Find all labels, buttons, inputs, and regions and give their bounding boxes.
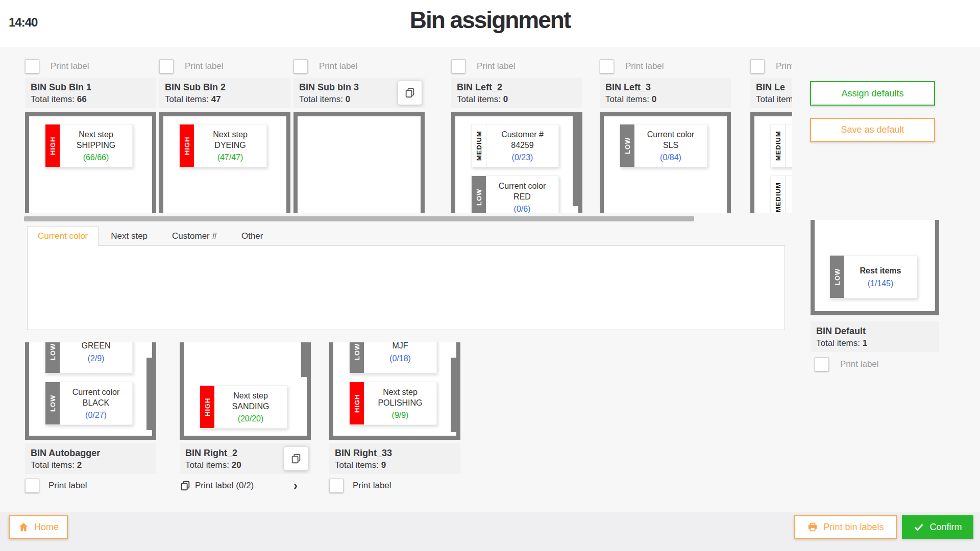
- bin-total: Total items:: [756, 94, 792, 105]
- print-label-checkbox[interactable]: [750, 59, 765, 73]
- item-card[interactable]: HIGH Next step SANDING (20/20): [200, 385, 287, 429]
- card-title-line1: Rest items: [860, 265, 901, 276]
- item-card[interactable]: LOW Current color BLACK (0/27): [45, 382, 133, 425]
- bin-left-clipped: Print label BIN Le Total items: MEDIUM M…: [750, 59, 792, 213]
- home-icon: [18, 521, 29, 533]
- bin-scrollbar[interactable]: [146, 358, 152, 430]
- print-label-text: Print label: [185, 61, 224, 71]
- tab-next-step[interactable]: Next step: [99, 226, 160, 246]
- bin-content: MEDIUM Customer # 84259 (0/23) LOW Curre…: [451, 112, 582, 213]
- total-items-label: Total items:: [31, 460, 75, 470]
- copy-bin-button[interactable]: [398, 81, 422, 105]
- card-title-line1: Next step: [233, 390, 268, 401]
- bin-header: BIN Left_3 Total items: 0: [600, 78, 731, 108]
- bin-name: BIN Autobagger: [31, 448, 151, 459]
- card-title-line1: Next step: [79, 129, 113, 140]
- bin-content: HIGH Next step DYEING (47/47): [159, 112, 290, 213]
- horizontal-scrollbar[interactable]: [24, 216, 694, 221]
- item-card[interactable]: LOW Current color RED (0/6): [471, 176, 559, 213]
- bin-right-2-content: HIGH Next step SANDING (20/20): [180, 342, 311, 440]
- card-title-line2: GREEN: [82, 342, 111, 352]
- card-title-line2: 84259: [511, 140, 534, 151]
- print-label-row[interactable]: Print label: [329, 479, 391, 493]
- bin-scrollbar[interactable]: [301, 342, 307, 377]
- bin-sub-bin-2: Print label BIN Sub Bin 2 Total items: 4…: [159, 59, 290, 213]
- tab-panel-empty: [27, 245, 785, 330]
- item-card[interactable]: LOW MJF (0/18): [349, 342, 437, 373]
- bin-left-3: Print label BIN Left_3 Total items: 0 LO…: [600, 59, 731, 213]
- card-count: (2/9): [88, 354, 105, 363]
- print-label-row[interactable]: Print label: [600, 59, 731, 73]
- copy-bin-button[interactable]: [284, 447, 308, 470]
- bin-total: Total items: 1: [816, 338, 934, 348]
- priority-label: LOW: [45, 342, 60, 373]
- print-label-checkbox[interactable]: [600, 59, 614, 73]
- print-label-row[interactable]: Print label: [159, 59, 290, 73]
- bin-name: BIN Right_33: [335, 448, 455, 459]
- item-card[interactable]: LOW GREEN (2/9): [45, 342, 133, 373]
- chevron-right-icon[interactable]: ›: [293, 480, 298, 492]
- total-items-label: Total items:: [31, 94, 75, 104]
- item-card[interactable]: HIGH Next step SHIPPING (66/66): [45, 124, 133, 167]
- card-title-line2: POLISHING: [378, 397, 422, 408]
- print-label-row[interactable]: Print label: [815, 357, 879, 371]
- bin-scrollbar[interactable]: [451, 358, 456, 432]
- print-label-row[interactable]: Print label: [293, 59, 425, 73]
- priority-label: LOW: [620, 124, 634, 167]
- copy-icon: [404, 87, 415, 98]
- tab-other[interactable]: Other: [229, 226, 276, 246]
- print-label-row[interactable]: Print label (0/2) ›: [180, 479, 311, 493]
- card-title-line2: SHIPPING: [77, 140, 115, 151]
- card-count: (66/66): [83, 153, 109, 162]
- print-label-row[interactable]: Print label: [750, 59, 792, 73]
- confirm-button[interactable]: Confirm: [902, 515, 973, 539]
- print-label-row[interactable]: Print label: [25, 59, 156, 73]
- bin-total: Total items: 0: [605, 94, 725, 105]
- bin-name: BIN Left_2: [457, 82, 577, 93]
- card-title-line2: BLACK: [83, 397, 109, 408]
- total-items-label: Total items:: [605, 94, 649, 104]
- top-bins-scroll-area[interactable]: Print label BIN Sub Bin 1 Total items: 6…: [0, 47, 792, 213]
- bin-right-2-footer: BIN Right_2 Total items: 20: [180, 443, 311, 474]
- print-label-text: Print label: [477, 61, 516, 71]
- card-count: (0/23): [512, 153, 533, 162]
- item-card[interactable]: HIGH Next step POLISHING (9/9): [349, 382, 437, 425]
- bin-scrollbar[interactable]: [573, 116, 578, 206]
- print-label-text: Print label: [353, 481, 391, 491]
- item-card[interactable]: LOW Current color SLS (0/84): [620, 124, 707, 167]
- print-label-row[interactable]: Print label: [451, 59, 582, 73]
- save-as-default-button[interactable]: Save as default: [810, 118, 935, 142]
- filter-tabs: Current color Next step Customer # Other: [27, 226, 275, 246]
- card-title-line2: SANDING: [232, 401, 270, 412]
- priority-label: LOW: [45, 382, 60, 424]
- home-button[interactable]: Home: [9, 515, 68, 539]
- item-card[interactable]: HIGH Next step DYEING (47/47): [179, 124, 267, 167]
- item-card[interactable]: MEDIUM: [770, 124, 792, 167]
- print-label-row[interactable]: Print label: [25, 479, 87, 493]
- print-label-checkbox[interactable]: [451, 59, 465, 73]
- card-count: (47/47): [217, 153, 243, 162]
- print-label-checkbox[interactable]: [815, 357, 829, 371]
- print-label-checkbox[interactable]: [25, 59, 39, 73]
- tab-current-color[interactable]: Current color: [27, 226, 99, 246]
- print-label-checkbox[interactable]: [329, 479, 344, 493]
- card-title-line2: DYEING: [214, 140, 246, 151]
- item-card[interactable]: LOW Rest items (1/145): [829, 255, 917, 298]
- item-card[interactable]: MEDIUM Customer # 84259 (0/23): [471, 124, 559, 167]
- print-label-checkbox[interactable]: [293, 59, 308, 73]
- bin-name: BIN Le: [756, 82, 792, 93]
- print-bin-labels-button[interactable]: Print bin labels: [794, 515, 897, 539]
- tab-customer-number[interactable]: Customer #: [160, 226, 229, 246]
- card-body: Current color SLS (0/84): [634, 124, 707, 167]
- bin-name: BIN Sub Bin 2: [165, 82, 285, 93]
- print-label-checkbox[interactable]: [159, 59, 174, 73]
- card-body: Rest items (1/145): [844, 256, 917, 298]
- total-items-label: Total items:: [335, 460, 379, 470]
- print-label-checkbox[interactable]: [25, 479, 39, 493]
- assign-defaults-button[interactable]: Assign defaults: [810, 81, 935, 106]
- home-button-label: Home: [34, 522, 59, 533]
- bin-header: BIN Sub Bin 1 Total items: 66: [25, 78, 156, 108]
- check-icon: [913, 521, 924, 533]
- priority-label: HIGH: [350, 382, 364, 424]
- item-card[interactable]: MEDIUM: [770, 176, 792, 213]
